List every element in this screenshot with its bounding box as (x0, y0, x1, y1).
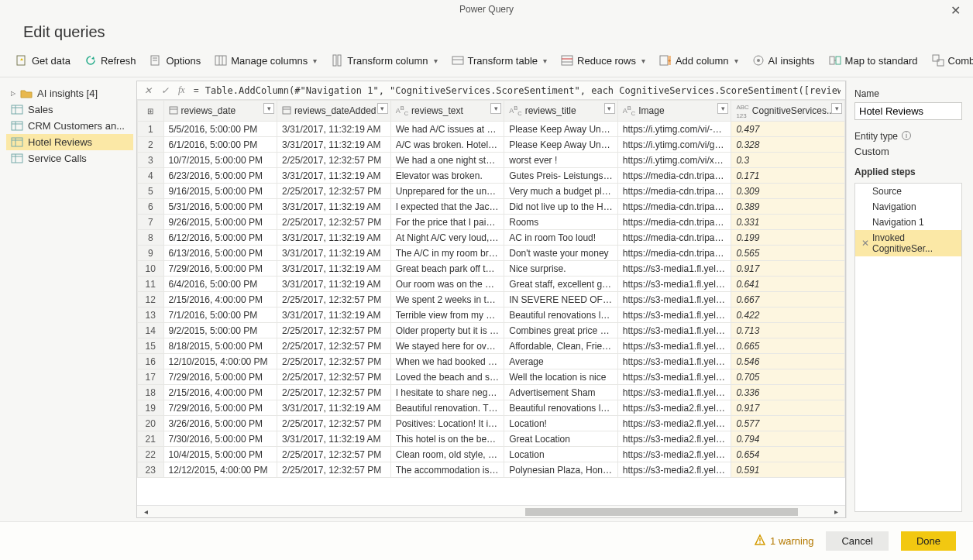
cell[interactable]: 3/26/2016, 5:00:00 PM (163, 416, 277, 431)
table-row[interactable]: 86/12/2016, 5:00:00 PM3/31/2017, 11:32:1… (138, 230, 845, 246)
map-to-standard-button[interactable]: Map to standard (824, 52, 923, 69)
cell[interactable]: 2/25/2017, 12:32:57 PM (277, 153, 391, 168)
cell[interactable]: Did not live up to the Hilto... (504, 199, 618, 215)
cell[interactable]: https://media-cdn.tripadvi... (617, 246, 731, 261)
formula-cancel-icon[interactable]: ✕ (142, 85, 154, 96)
cell-sentiment[interactable]: 0.497 (731, 122, 845, 137)
cell[interactable]: Clean room, old style, 196... (390, 447, 504, 462)
info-icon[interactable]: i (902, 131, 911, 140)
row-number[interactable]: 3 (138, 153, 164, 168)
sidebar-item[interactable]: CRM Customers an... (6, 118, 133, 134)
applied-step[interactable]: ✕Invoked CognitiveSer... (855, 230, 961, 256)
cell[interactable]: 10/7/2015, 5:00:00 PM (163, 153, 277, 168)
cell[interactable]: 9/26/2015, 5:00:00 PM (163, 215, 277, 230)
cell[interactable]: https://s3-media1.fl.yelpcd... (617, 354, 731, 369)
combine-tables-button[interactable]: Combine tables ▾ (927, 52, 973, 69)
cell[interactable]: https://s3-media1.fl.yelpcd... (617, 292, 731, 307)
row-number[interactable]: 17 (138, 369, 164, 385)
column-filter-icon[interactable]: ▾ (831, 103, 842, 114)
ai-insights-button[interactable]: AI insights (748, 52, 820, 69)
cell-sentiment[interactable]: 0.591 (731, 462, 845, 478)
cell[interactable]: This hotel is on the beach ... (390, 431, 504, 447)
column-header[interactable]: reviews_date▾ (163, 101, 277, 122)
cell[interactable]: Loved the beach and service (390, 369, 504, 385)
cell-sentiment[interactable]: 0.328 (731, 137, 845, 153)
cell[interactable]: 2/25/2017, 12:32:57 PM (277, 354, 391, 369)
cell-sentiment[interactable]: 0.422 (731, 307, 845, 323)
cell[interactable]: 5/5/2016, 5:00:00 PM (163, 122, 277, 137)
cell[interactable]: We had A/C issues at 3:30 ... (390, 122, 504, 137)
cell[interactable]: 2/25/2017, 12:32:57 PM (277, 385, 391, 400)
cell[interactable]: 7/29/2016, 5:00:00 PM (163, 400, 277, 416)
table-row[interactable]: 2210/4/2015, 5:00:00 PM2/25/2017, 12:32:… (138, 447, 845, 462)
cell[interactable]: Unprepared for the unwelc... (390, 184, 504, 199)
data-table[interactable]: ⊞ reviews_date▾reviews_dateAdded▾ABCrevi… (137, 100, 845, 478)
cell[interactable]: 3/31/2017, 11:32:19 AM (277, 400, 391, 416)
applied-step[interactable]: Navigation (855, 199, 961, 215)
column-filter-icon[interactable]: ▾ (717, 103, 728, 114)
cell[interactable]: https://i.ytimg.com/vi/gV... (617, 137, 731, 153)
cell[interactable]: AC in room Too loud! (504, 230, 618, 246)
formula-commit-icon[interactable]: ✓ (159, 85, 171, 96)
cell[interactable]: Location! (504, 416, 618, 431)
reduce-rows-button[interactable]: Reduce rows ▾ (556, 52, 650, 69)
cell[interactable]: 6/23/2016, 5:00:00 PM (163, 168, 277, 184)
cell-sentiment[interactable]: 0.705 (731, 369, 845, 385)
cell[interactable]: When we had booked this ... (390, 354, 504, 369)
cell[interactable]: https://i.ytimg.com/vi/xcEB... (617, 153, 731, 168)
cell[interactable]: 2/25/2017, 12:32:57 PM (277, 462, 391, 478)
cell[interactable]: 3/31/2017, 11:32:19 AM (277, 246, 391, 261)
row-number[interactable]: 6 (138, 199, 164, 215)
cell[interactable]: worst ever ! (504, 153, 618, 168)
cell[interactable]: 2/25/2017, 12:32:57 PM (277, 369, 391, 385)
cell[interactable]: 2/15/2016, 4:00:00 PM (163, 385, 277, 400)
column-filter-icon[interactable]: ▾ (490, 103, 501, 114)
cell[interactable]: 7/1/2016, 5:00:00 PM (163, 307, 277, 323)
row-number[interactable]: 18 (138, 385, 164, 400)
cell[interactable]: Beautiful renovations locat... (504, 400, 618, 416)
applied-step[interactable]: Source (855, 184, 961, 199)
row-number[interactable]: 22 (138, 447, 164, 462)
cell[interactable]: 9/2/2015, 5:00:00 PM (163, 323, 277, 338)
cell-sentiment[interactable]: 0.336 (731, 385, 845, 400)
options-button[interactable]: Options (145, 52, 205, 69)
cell[interactable]: 2/25/2017, 12:32:57 PM (277, 215, 391, 230)
cell[interactable]: Please Keep Away Until Co... (504, 137, 618, 153)
cell[interactable]: Average (504, 354, 618, 369)
formula-input[interactable] (205, 85, 841, 96)
row-number[interactable]: 19 (138, 400, 164, 416)
cell[interactable]: Well the location is nice (504, 369, 618, 385)
row-number[interactable]: 7 (138, 215, 164, 230)
cell[interactable]: Our room was on the bott... (390, 277, 504, 292)
cell-sentiment[interactable]: 0.917 (731, 261, 845, 277)
cell-sentiment[interactable]: 0.309 (731, 184, 845, 199)
cell[interactable]: 3/31/2017, 11:32:19 AM (277, 199, 391, 215)
cell[interactable]: We had a one night stay at... (390, 153, 504, 168)
table-row[interactable]: 203/26/2016, 5:00:00 PM2/25/2017, 12:32:… (138, 416, 845, 431)
cell[interactable]: 3/31/2017, 11:32:19 AM (277, 168, 391, 184)
cell[interactable]: 2/25/2017, 12:32:57 PM (277, 416, 391, 431)
cell[interactable]: Nice surprise. (504, 261, 618, 277)
cell-sentiment[interactable]: 0.667 (731, 292, 845, 307)
cell[interactable]: 2/25/2017, 12:32:57 PM (277, 338, 391, 354)
cell[interactable]: 12/10/2015, 4:00:00 PM (163, 354, 277, 369)
cell[interactable]: 3/31/2017, 11:32:19 AM (277, 230, 391, 246)
done-button[interactable]: Done (901, 531, 956, 551)
cell[interactable]: 8/18/2015, 5:00:00 PM (163, 338, 277, 354)
table-row[interactable]: 2312/12/2015, 4:00:00 PM2/25/2017, 12:32… (138, 462, 845, 478)
sidebar-item[interactable]: Service Calls (6, 150, 133, 167)
refresh-button[interactable]: Refresh (80, 52, 141, 69)
cell[interactable]: 2/25/2017, 12:32:57 PM (277, 184, 391, 199)
fx-icon[interactable]: fx (176, 84, 187, 96)
cell[interactable]: 3/31/2017, 11:32:19 AM (277, 277, 391, 292)
cell[interactable]: https://s3-media2.fl.yelpcd... (617, 400, 731, 416)
cell-sentiment[interactable]: 0.565 (731, 246, 845, 261)
cell[interactable]: https://s3-media1.fl.yelpcd... (617, 277, 731, 292)
cell[interactable]: 2/25/2017, 12:32:57 PM (277, 323, 391, 338)
column-filter-icon[interactable]: ▾ (604, 103, 615, 114)
row-number[interactable]: 4 (138, 168, 164, 184)
table-row[interactable]: 116/4/2016, 5:00:00 PM3/31/2017, 11:32:1… (138, 277, 845, 292)
cell[interactable]: 3/31/2017, 11:32:19 AM (277, 137, 391, 153)
cell[interactable]: 7/30/2016, 5:00:00 PM (163, 431, 277, 447)
cell-sentiment[interactable]: 0.577 (731, 416, 845, 431)
